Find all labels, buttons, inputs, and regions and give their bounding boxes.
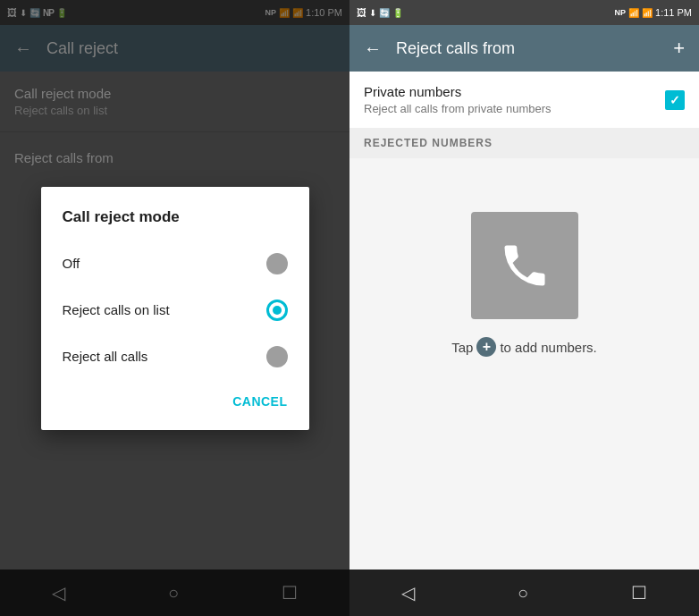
right-app-bar-title: Reject calls from [396,39,515,58]
status-bar-right-icons-right: NP 📶 📶 1:11 PM [615,7,692,18]
right-panel: 🖼 ⬇ 🔄 🔋 NP 📶 📶 1:11 PM ← Reject calls fr… [350,0,699,616]
signal-right-icon: 📶 [642,8,653,18]
add-circle-icon: + [476,337,496,357]
option-off-label: Off [63,256,80,271]
radio-off[interactable] [266,253,288,274]
private-numbers-text: Private numbers Reject all calls from pr… [364,84,552,115]
sync-icon-right: 🔄 [379,8,390,18]
add-number-button[interactable]: + [673,37,685,60]
empty-state-text-after: to add numbers. [500,340,596,355]
download-icon-right: ⬇ [369,8,376,18]
wifi-right-icon: 📶 [628,8,639,18]
right-app-bar: ← Reject calls from + [350,25,699,72]
radio-inner-selected [273,306,282,315]
dialog-option-reject-on-list[interactable]: Reject calls on list [41,287,309,333]
right-content: Private numbers Reject all calls from pr… [350,72,699,570]
radio-reject-all[interactable] [266,346,288,367]
private-numbers-title: Private numbers [364,84,552,99]
option-reject-list-label: Reject calls on list [63,302,170,317]
empty-state: Tap + to add numbers. [350,158,699,410]
right-back-button[interactable]: ← [364,38,382,59]
call-reject-dialog: Call reject mode Off Reject calls on lis… [41,187,309,430]
empty-state-text: Tap + to add numbers. [451,337,597,357]
status-time-right: 1:11 PM [655,7,692,18]
left-panel: 🖼 ⬇ 🔄 NP 🔋 NP 📶 📶 1:10 PM ← Call reject … [0,0,350,616]
dialog-option-reject-all[interactable]: Reject all calls [41,333,309,380]
status-bar-right-icons-left: 🖼 ⬇ 🔄 🔋 [357,7,403,18]
option-reject-all-label: Reject all calls [63,349,148,364]
radio-reject-on-list[interactable] [266,300,288,321]
cancel-button[interactable]: CANCEL [225,387,294,416]
dialog-option-off[interactable]: Off [41,240,309,287]
home-nav-icon-right[interactable]: ○ [518,583,528,603]
dialog-actions: CANCEL [41,380,309,430]
right-app-bar-left: ← Reject calls from [364,38,515,59]
phone-icon [498,239,552,292]
dialog-overlay: Call reject mode Off Reject calls on lis… [0,0,350,616]
empty-state-text-before: Tap [451,340,473,355]
nfc-right2-icon: NP [615,8,627,17]
recents-nav-icon-right[interactable]: ☐ [631,582,647,603]
battery-icon-right: 🔋 [392,8,403,18]
back-nav-icon-right[interactable]: ◁ [401,582,415,603]
right-nav-bar: ◁ ○ ☐ [350,570,699,616]
rejected-numbers-header: REJECTED NUMBERS [350,128,699,158]
private-numbers-checkbox[interactable]: ✓ [665,90,685,110]
private-numbers-subtitle: Reject all calls from private numbers [364,102,552,115]
private-numbers-section: Private numbers Reject all calls from pr… [350,72,699,128]
photo-icon-right: 🖼 [357,7,366,18]
phone-icon-container [471,212,578,319]
status-bar-right-panel: 🖼 ⬇ 🔄 🔋 NP 📶 📶 1:11 PM [350,0,699,25]
dialog-title: Call reject mode [41,208,309,240]
private-numbers-row[interactable]: Private numbers Reject all calls from pr… [350,72,699,128]
